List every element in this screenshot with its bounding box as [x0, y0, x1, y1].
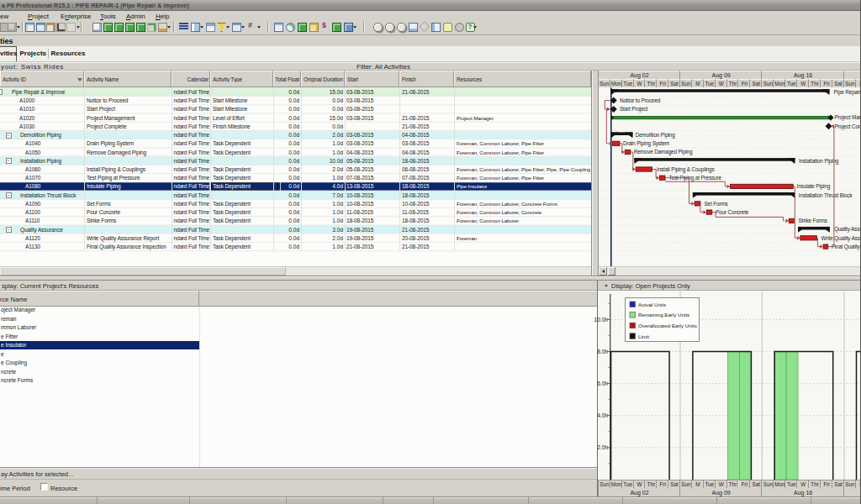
svg-text:8.0h: 8.0h	[597, 349, 608, 354]
svg-text:2.0h: 2.0h	[597, 444, 608, 450]
svg-text:Overallocated Early Units: Overallocated Early Units	[638, 323, 697, 328]
svg-text:Actual Units: Actual Units	[638, 302, 666, 307]
svg-text:Remaining Early Units: Remaining Early Units	[638, 312, 689, 318]
svg-text:10.0h: 10.0h	[594, 317, 608, 323]
svg-text:6.0h: 6.0h	[597, 381, 608, 386]
svg-text:Limit: Limit	[638, 333, 649, 339]
svg-text:4.0h: 4.0h	[597, 412, 608, 418]
